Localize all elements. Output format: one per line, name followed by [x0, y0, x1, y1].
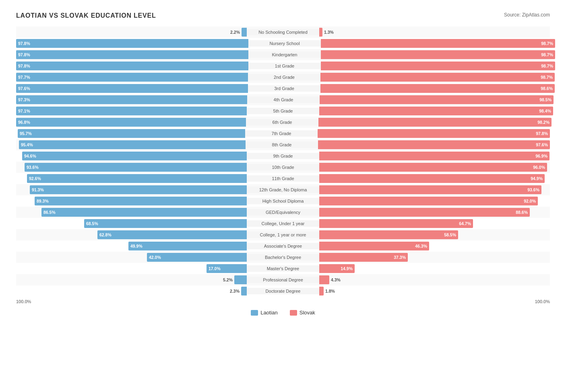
bar-row: 62.8% College, 1 year or more 58.5% — [16, 229, 550, 240]
left-value: 68.5% — [86, 221, 98, 226]
bar-label: 4th Grade — [247, 96, 320, 103]
bar-label: No Schooling Completed — [247, 29, 319, 35]
right-value: 94.9% — [531, 176, 543, 181]
bar-left: 94.6% — [22, 152, 247, 160]
bar-right: 88.6% — [319, 208, 530, 217]
bar-row: 97.1% 5th Grade 98.4% — [16, 105, 550, 117]
bar-label: GED/Equivalency — [247, 209, 319, 215]
chart-header: LAOTIAN VS SLOVAK EDUCATION LEVEL Source… — [16, 12, 550, 19]
left-value: 97.7% — [18, 75, 30, 80]
left-value: 97.1% — [18, 109, 30, 113]
bar-row: 97.8% Nursery School 98.7% — [16, 38, 550, 49]
right-value: 1.8% — [325, 289, 335, 293]
legend-laotian-label: Laotian — [260, 310, 278, 316]
left-value: 42.0% — [149, 255, 161, 260]
right-value: 98.7% — [541, 52, 553, 57]
right-value: 96.0% — [533, 165, 545, 170]
right-value: 96.9% — [535, 154, 547, 158]
bar-left: 17.0% — [207, 264, 247, 273]
bar-label: 1st Grade — [248, 63, 321, 69]
bar-right: 98.2% — [318, 118, 552, 127]
bar-right: 94.9% — [319, 174, 545, 183]
bar-label: 11th Grade — [247, 175, 319, 182]
chart-container: LAOTIAN VS SLOVAK EDUCATION LEVEL Source… — [8, 8, 558, 328]
bar-left: 62.8% — [97, 230, 247, 239]
right-value: 64.7% — [459, 221, 471, 226]
bar-label: 3rd Grade — [248, 85, 320, 92]
left-value: 94.6% — [24, 154, 36, 158]
axis-right-label: 100.0% — [535, 299, 550, 304]
right-value: 92.0% — [524, 199, 536, 203]
bar-left: 86.5% — [41, 208, 247, 217]
chart-source: Source: ZipAtlas.com — [504, 12, 550, 18]
left-value: 97.8% — [18, 64, 30, 68]
left-value: 86.5% — [43, 210, 56, 215]
left-value: 2.2% — [230, 30, 240, 35]
right-value: 93.6% — [527, 187, 539, 192]
bar-right: 98.4% — [319, 107, 553, 115]
left-value: 91.3% — [32, 187, 44, 192]
bar-right: 98.7% — [321, 62, 555, 70]
left-value: 2.3% — [230, 289, 240, 293]
bar-left: 96.8% — [16, 118, 246, 127]
bar-right — [319, 287, 324, 296]
bar-left: 97.8% — [16, 50, 248, 59]
right-value: 98.2% — [537, 120, 549, 125]
bar-left — [242, 28, 247, 37]
bar-label: College, 1 year or more — [247, 232, 319, 238]
right-value: 98.7% — [541, 41, 553, 46]
bar-row: 91.3% 12th Grade, No Diploma 93.6% — [16, 184, 550, 195]
right-value: 98.7% — [541, 75, 553, 80]
bar-row: 5.2% Professional Degree 4.3% — [16, 274, 550, 285]
bar-left: 42.0% — [147, 253, 247, 262]
left-value: 93.6% — [27, 165, 39, 170]
bar-label: Bachelor's Degree — [247, 254, 319, 261]
legend: Laotian Slovak — [16, 310, 550, 316]
bar-row: 97.8% 1st Grade 98.7% — [16, 60, 550, 72]
bar-left: 97.7% — [16, 73, 248, 82]
bar-right: 14.9% — [319, 264, 355, 273]
bar-label: 9th Grade — [247, 153, 319, 159]
bar-right: 46.3% — [319, 242, 429, 250]
bar-left: 92.6% — [27, 174, 247, 183]
right-value: 88.6% — [516, 210, 528, 215]
left-value: 89.3% — [37, 199, 49, 203]
axis-left-label: 100.0% — [16, 299, 31, 304]
right-value: 98.4% — [539, 109, 551, 113]
bar-left: 97.8% — [16, 62, 248, 70]
bar-row: 97.6% 3rd Grade 98.6% — [16, 83, 550, 94]
right-value: 46.3% — [415, 244, 427, 248]
bar-right: 98.7% — [320, 73, 555, 82]
bar-right: 98.6% — [320, 84, 555, 93]
left-value: 96.8% — [18, 120, 30, 125]
bar-row: 96.8% 6th Grade 98.2% — [16, 117, 550, 128]
bar-label: 5th Grade — [247, 108, 319, 114]
bar-right: 93.6% — [319, 185, 541, 194]
bar-right: 98.5% — [320, 95, 554, 104]
bar-label: Master's Degree — [247, 265, 319, 272]
bar-row: 2.2% No Schooling Completed 1.3% — [16, 27, 550, 38]
bar-row: 68.5% College, Under 1 year 64.7% — [16, 218, 550, 229]
bar-right: 97.6% — [318, 140, 550, 149]
right-value: 98.5% — [539, 97, 552, 102]
bar-label: 10th Grade — [247, 164, 319, 170]
bar-label: Kindergarten — [248, 51, 321, 58]
left-value: 95.7% — [20, 131, 32, 136]
bar-label: High School Diploma — [247, 198, 319, 204]
legend-laotian: Laotian — [251, 310, 278, 316]
bar-label: 2nd Grade — [248, 74, 320, 80]
right-value: 4.3% — [331, 277, 341, 282]
bar-row: 86.5% GED/Equivalency 88.6% — [16, 207, 550, 218]
left-value: 62.8% — [99, 232, 112, 237]
right-value: 58.5% — [444, 232, 456, 237]
bar-label: 12th Grade, No Diploma — [247, 187, 319, 193]
bar-left: 97.1% — [16, 107, 247, 115]
bar-right: 58.5% — [319, 230, 458, 239]
bar-label: Associate's Degree — [247, 243, 319, 249]
bar-row: 49.9% Associate's Degree 46.3% — [16, 240, 550, 252]
legend-slovak: Slovak — [290, 310, 315, 316]
bar-row: 97.8% Kindergarten 98.7% — [16, 49, 550, 60]
axis-labels: 100.0% 100.0% — [16, 299, 550, 304]
bar-left — [241, 287, 247, 296]
bar-right — [319, 28, 322, 37]
